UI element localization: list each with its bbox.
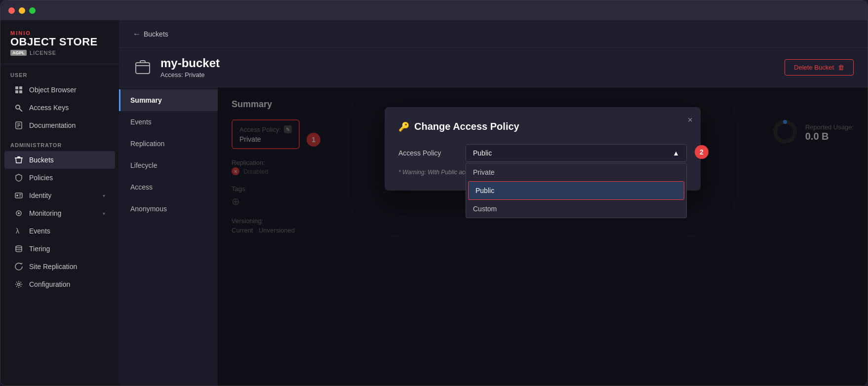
svg-point-15 <box>18 212 20 214</box>
sidebar: MINIO OBJECT STORE AGPL LICENSE User <box>0 20 119 386</box>
svg-point-18 <box>18 283 20 286</box>
gear-icon <box>14 280 23 289</box>
monitoring-arrow-icon: ▾ <box>103 211 105 216</box>
close-window-button[interactable] <box>8 7 15 14</box>
bucket-access: Access: Private <box>160 71 220 78</box>
bucket-header: my-bucket Access: Private Delete Bucket … <box>119 48 868 87</box>
svg-line-5 <box>19 109 22 112</box>
delete-bucket-label: Delete Bucket <box>794 64 834 71</box>
logo-area: MINIO OBJECT STORE AGPL LICENSE <box>0 20 119 64</box>
bucket-info: my-bucket Access: Private <box>133 56 220 78</box>
dropdown-option-public[interactable]: Public <box>468 181 684 200</box>
title-bar <box>0 0 868 20</box>
tab-summary[interactable]: Summary <box>119 89 218 111</box>
access-policy-select-display[interactable]: Public ▲ <box>466 144 687 162</box>
doc-icon <box>14 121 23 130</box>
sidebar-policies-label: Policies <box>29 174 53 182</box>
logo-object-store: OBJECT STORE <box>10 36 109 48</box>
step2-badge: 2 <box>695 145 709 159</box>
sidebar-configuration-label: Configuration <box>29 280 70 288</box>
top-nav: ← Buckets <box>119 20 868 48</box>
svg-point-17 <box>16 246 22 248</box>
monitoring-icon <box>14 209 23 218</box>
tab-anonymous[interactable]: Anonymous <box>119 198 218 220</box>
tab-lifecycle[interactable]: Lifecycle <box>119 154 218 176</box>
sidebar-item-configuration[interactable]: Configuration <box>4 275 115 293</box>
sidebar-buckets-label: Buckets <box>29 156 54 164</box>
sidebar-item-events[interactable]: λ Events <box>4 222 115 240</box>
sidebar-item-documentation[interactable]: Documentation <box>4 116 115 134</box>
svg-rect-3 <box>19 90 22 93</box>
logo-license-row: AGPL LICENSE <box>10 50 109 56</box>
modal-select-wrapper: Public ▲ Private Public <box>466 144 687 162</box>
modal-close-button[interactable]: × <box>687 115 693 125</box>
svg-rect-19 <box>136 63 150 74</box>
id-icon <box>14 191 23 200</box>
sidebar-identity-label: Identity <box>29 192 51 199</box>
delete-bucket-button[interactable]: Delete Bucket 🗑 <box>785 59 854 76</box>
svg-rect-1 <box>19 86 22 89</box>
tiering-icon <box>14 244 23 253</box>
sync-icon <box>14 262 23 271</box>
sidebar-site-replication-label: Site Replication <box>29 263 77 270</box>
svg-rect-2 <box>15 90 18 93</box>
svg-text:λ: λ <box>16 227 19 235</box>
change-access-policy-modal: × 🔑 Change Access Policy Access Policy P… <box>385 107 701 191</box>
trash-icon: 🗑 <box>838 64 844 71</box>
modal-field-row: Access Policy Public ▲ Private <box>398 144 687 162</box>
sidebar-item-tiering[interactable]: Tiering <box>4 240 115 258</box>
agpl-badge: AGPL <box>10 50 27 56</box>
dropdown-list: Private Public Custom <box>466 163 687 218</box>
select-chevron-icon: ▲ <box>672 149 679 157</box>
bucket-name-area: my-bucket Access: Private <box>160 56 220 78</box>
modal-title: 🔑 Change Access Policy <box>398 121 687 132</box>
sidebar-item-identity[interactable]: Identity ▾ <box>4 187 115 204</box>
svg-point-11 <box>16 194 18 196</box>
sidebar-monitoring-label: Monitoring <box>29 209 61 217</box>
bucket-icon <box>14 155 23 164</box>
back-to-buckets-link[interactable]: ← Buckets <box>133 30 168 39</box>
left-tabs: Summary Events Replication Lifecycle Acc… <box>119 87 218 386</box>
shield-icon <box>14 173 23 182</box>
bucket-name: my-bucket <box>160 56 220 70</box>
grid-icon <box>14 85 23 94</box>
user-section-label: User <box>0 64 119 81</box>
identity-arrow-icon: ▾ <box>103 193 105 198</box>
tab-events[interactable]: Events <box>119 111 218 133</box>
sidebar-documentation-label: Documentation <box>29 121 76 129</box>
lambda-icon: λ <box>14 227 23 235</box>
sidebar-item-site-replication[interactable]: Site Replication <box>4 258 115 275</box>
main-panel: Summary Access Policy: ✎ Private <box>218 87 868 386</box>
svg-point-4 <box>16 105 20 109</box>
sidebar-item-object-browser[interactable]: Object Browser <box>4 81 115 99</box>
maximize-window-button[interactable] <box>29 7 36 14</box>
dropdown-option-custom[interactable]: Custom <box>466 200 686 218</box>
app-window: MINIO OBJECT STORE AGPL LICENSE User <box>0 0 868 386</box>
back-label: Buckets <box>144 30 168 38</box>
license-text: LICENSE <box>30 50 56 56</box>
sidebar-item-buckets[interactable]: Buckets <box>4 151 115 169</box>
sidebar-item-access-keys[interactable]: Access Keys <box>4 99 115 116</box>
svg-rect-0 <box>15 86 18 89</box>
back-arrow-icon: ← <box>133 30 141 39</box>
tab-replication[interactable]: Replication <box>119 133 218 154</box>
content-area: Summary Events Replication Lifecycle Acc… <box>119 87 868 386</box>
dropdown-option-private[interactable]: Private <box>466 163 686 181</box>
admin-section-label: Administrator <box>0 134 119 151</box>
sidebar-item-policies[interactable]: Policies <box>4 169 115 187</box>
sidebar-events-label: Events <box>29 227 50 235</box>
sidebar-object-browser-label: Object Browser <box>29 86 77 94</box>
tab-access[interactable]: Access <box>119 176 218 198</box>
modal-overlay: × 🔑 Change Access Policy Access Policy P… <box>218 87 868 386</box>
main-content: ← Buckets my-bucket <box>119 20 868 386</box>
bucket-header-icon <box>133 58 153 77</box>
sidebar-access-keys-label: Access Keys <box>29 104 69 112</box>
modal-field-label: Access Policy <box>398 149 458 157</box>
sidebar-item-monitoring[interactable]: Monitoring ▾ <box>4 204 115 222</box>
modal-key-icon: 🔑 <box>398 121 409 132</box>
app-body: MINIO OBJECT STORE AGPL LICENSE User <box>0 20 868 386</box>
sidebar-tiering-label: Tiering <box>29 245 50 253</box>
key-icon <box>14 103 23 112</box>
minimize-window-button[interactable] <box>19 7 25 14</box>
